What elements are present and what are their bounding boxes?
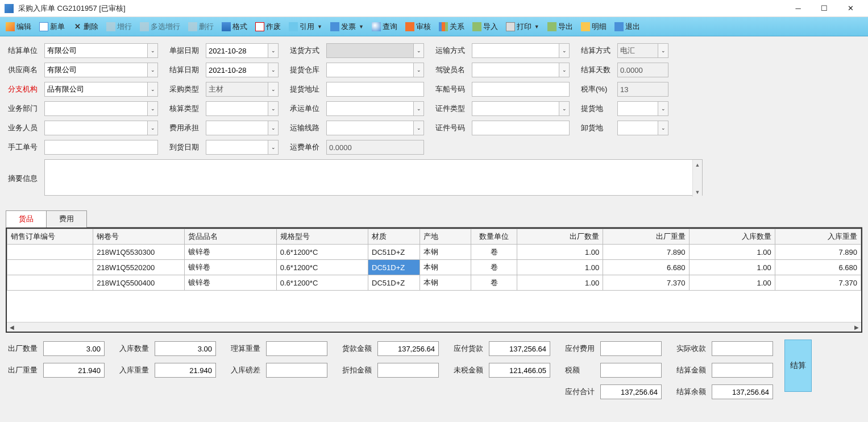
cell-material[interactable]: DC51D+Z bbox=[368, 275, 420, 291]
col-header[interactable]: 材质 bbox=[368, 229, 420, 245]
cell-spec[interactable]: 0.6*1200*C bbox=[276, 275, 368, 291]
payable_goods-value[interactable] bbox=[489, 341, 550, 356]
col-header[interactable]: 销售订单编号 bbox=[7, 229, 93, 245]
cell-coil[interactable]: 218W1Q5500400 bbox=[93, 275, 185, 291]
cell-unit[interactable]: 卷 bbox=[471, 275, 517, 291]
staff-dropdown-button[interactable]: ⌄ bbox=[148, 121, 158, 135]
pickup_warehouse-dropdown-button[interactable]: ⌄ bbox=[414, 63, 424, 77]
goods_amt-value[interactable] bbox=[377, 341, 439, 356]
branch-input[interactable] bbox=[44, 82, 148, 97]
cert_no-input[interactable] bbox=[472, 121, 570, 135]
cell-origin[interactable]: 本钢 bbox=[420, 275, 471, 291]
edit-button[interactable]: 编辑 bbox=[2, 20, 35, 34]
col-header[interactable]: 出厂重量 bbox=[603, 229, 689, 245]
cell-iwt[interactable]: 7.370 bbox=[775, 275, 861, 291]
settle-button[interactable]: 结算 bbox=[784, 340, 812, 392]
tax_amt-value[interactable] bbox=[600, 363, 662, 378]
pickup_addr-input[interactable] bbox=[326, 82, 424, 97]
supplier-input[interactable] bbox=[44, 63, 148, 77]
freight_price-input[interactable] bbox=[326, 140, 424, 155]
in_diff-value[interactable] bbox=[266, 363, 327, 378]
cell-origin[interactable]: 本钢 bbox=[420, 245, 471, 260]
settle_date-input[interactable] bbox=[206, 63, 268, 77]
carrier-dropdown-button[interactable]: ⌄ bbox=[414, 101, 424, 116]
settle_days-input[interactable] bbox=[617, 63, 668, 77]
pickup_loc-input[interactable] bbox=[617, 101, 658, 116]
cell-coil[interactable]: 218W1Q5530300 bbox=[93, 245, 185, 260]
arrive_date-input[interactable] bbox=[206, 140, 268, 155]
col-header[interactable]: 规格型号 bbox=[276, 229, 368, 245]
cell-order[interactable] bbox=[7, 275, 93, 291]
delrow-button[interactable]: 删行 bbox=[185, 20, 217, 34]
driver-input[interactable] bbox=[472, 63, 559, 77]
out_wt-value[interactable] bbox=[43, 363, 105, 378]
detail-button[interactable]: 明细 bbox=[578, 20, 610, 34]
route-input[interactable] bbox=[326, 121, 414, 135]
cell-fwt[interactable]: 7.370 bbox=[603, 275, 689, 291]
format-button[interactable]: 格式 bbox=[218, 20, 251, 34]
settle_unit-input[interactable] bbox=[44, 43, 148, 58]
transport_method-input[interactable] bbox=[472, 43, 559, 58]
route-dropdown-button[interactable]: ⌄ bbox=[414, 121, 424, 135]
scroll-left-icon[interactable]: ◀ bbox=[7, 324, 16, 330]
col-header[interactable]: 产地 bbox=[420, 229, 471, 245]
cell-iqty[interactable]: 1.00 bbox=[689, 245, 775, 260]
cell-fqty[interactable]: 1.00 bbox=[517, 260, 603, 275]
tab-fee[interactable]: 费用 bbox=[46, 210, 87, 227]
cell-order[interactable] bbox=[7, 245, 93, 260]
settle_amt-value[interactable] bbox=[712, 363, 773, 378]
col-header[interactable]: 出厂数量 bbox=[517, 229, 603, 245]
export-button[interactable]: 导出 bbox=[544, 20, 576, 34]
new-button[interactable]: 新单 bbox=[36, 20, 68, 34]
minimize-button[interactable]: ─ bbox=[785, 0, 811, 17]
col-header[interactable]: 入库数量 bbox=[689, 229, 775, 245]
cell-unit[interactable]: 卷 bbox=[471, 260, 517, 275]
purchase_type-dropdown-button[interactable]: ⌄ bbox=[268, 82, 279, 97]
cell-fwt[interactable]: 6.680 bbox=[603, 260, 689, 275]
maximize-button[interactable]: ☐ bbox=[811, 0, 837, 17]
settle_date-dropdown-button[interactable]: ⌄ bbox=[268, 63, 279, 77]
settle_method-input[interactable] bbox=[617, 43, 658, 58]
cell-fwt[interactable]: 7.890 bbox=[603, 245, 689, 260]
arrive_date-dropdown-button[interactable]: ⌄ bbox=[268, 140, 279, 155]
staff-input[interactable] bbox=[44, 121, 148, 135]
table-row[interactable]: 218W1Q5520200镀锌卷0.6*1200*CDC51D+Z本钢卷1.00… bbox=[7, 260, 861, 275]
cell-material[interactable]: DC51D+Z bbox=[368, 245, 420, 260]
actual_rcv-value[interactable] bbox=[712, 341, 773, 356]
addrow-button[interactable]: 增行 bbox=[103, 20, 135, 34]
transport_method-dropdown-button[interactable]: ⌄ bbox=[559, 43, 570, 58]
exit-button[interactable]: 退出 bbox=[611, 20, 643, 34]
account_type-input[interactable] bbox=[206, 101, 268, 116]
payable_total-value[interactable] bbox=[600, 384, 662, 399]
account_type-dropdown-button[interactable]: ⌄ bbox=[268, 101, 279, 116]
cell-material[interactable]: DC51D+Z bbox=[368, 260, 420, 275]
driver-dropdown-button[interactable]: ⌄ bbox=[559, 63, 570, 77]
cell-spec[interactable]: 0.6*1200*C bbox=[276, 260, 368, 275]
cell-name[interactable]: 镀锌卷 bbox=[185, 275, 276, 291]
relation-button[interactable]: 关系 bbox=[435, 20, 468, 34]
audit-button[interactable]: 审核 bbox=[402, 20, 434, 34]
delete-button[interactable]: ✕删除 bbox=[69, 20, 102, 34]
cell-coil[interactable]: 218W1Q5520200 bbox=[93, 260, 185, 275]
cell-unit[interactable]: 卷 bbox=[471, 245, 517, 260]
summary-input[interactable] bbox=[44, 159, 703, 196]
dept-dropdown-button[interactable]: ⌄ bbox=[148, 101, 158, 116]
in_qty-value[interactable] bbox=[155, 341, 216, 356]
delivery_method-input[interactable] bbox=[326, 43, 414, 58]
cell-fqty[interactable]: 1.00 bbox=[517, 245, 603, 260]
cost_bearer-input[interactable] bbox=[206, 121, 268, 135]
close-button[interactable]: ✕ bbox=[837, 0, 863, 17]
scroll-right-icon[interactable]: ▶ bbox=[852, 324, 861, 330]
branch-dropdown-button[interactable]: ⌄ bbox=[148, 82, 158, 97]
summary-scrollbar[interactable]: ▲▼ bbox=[692, 160, 702, 197]
cell-name[interactable]: 镀锌卷 bbox=[185, 260, 276, 275]
cell-iwt[interactable]: 7.890 bbox=[775, 245, 861, 260]
cell-origin[interactable]: 本钢 bbox=[420, 260, 471, 275]
carrier-input[interactable] bbox=[326, 101, 414, 116]
theory_wt-value[interactable] bbox=[266, 341, 327, 356]
doc_date-dropdown-button[interactable]: ⌄ bbox=[268, 43, 279, 58]
discount-value[interactable] bbox=[377, 363, 439, 378]
cell-iqty[interactable]: 1.00 bbox=[689, 260, 775, 275]
print-button[interactable]: 打印▼ bbox=[502, 20, 543, 34]
cert_type-input[interactable] bbox=[472, 101, 559, 116]
